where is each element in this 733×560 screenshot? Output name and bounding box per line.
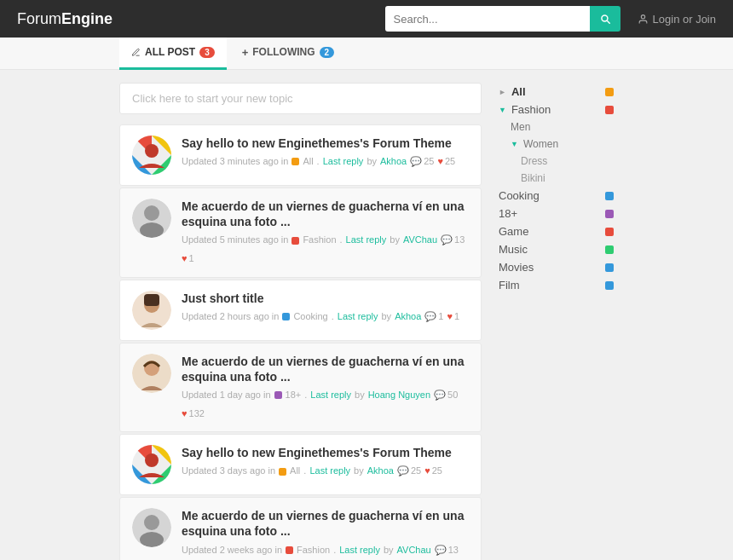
post-item: Just short title Updated 2 hours ago in … <box>119 280 482 341</box>
like-count: ♥1 <box>447 309 459 325</box>
last-reply-label: Last reply <box>309 464 350 479</box>
avatar <box>132 136 171 175</box>
sidebar-item: Film <box>499 276 614 294</box>
search-icon <box>599 13 611 25</box>
logo: ForumEngine <box>17 10 113 28</box>
category-link[interactable]: Fashion <box>303 233 336 248</box>
color-dot <box>605 192 614 200</box>
content-area: Click here to start your new topic Say h… <box>119 83 482 560</box>
post-body: Me acuerdo de un viernes de guacherna ví… <box>182 508 469 560</box>
main-layout: Click here to start your new topic Say h… <box>0 70 733 560</box>
category-link[interactable]: 18+ <box>286 388 302 403</box>
arrow-right-icon: ► <box>499 88 506 96</box>
sidebar-item: Movies <box>499 258 614 276</box>
sidebar-item-label[interactable]: Dress <box>499 155 547 167</box>
color-dot <box>605 106 614 114</box>
post-meta: Updated 5 minutes ago in Fashion . Last … <box>182 233 469 266</box>
sidebar-item-label[interactable]: ▼ Fashion <box>499 103 551 116</box>
category-link[interactable]: Cooking <box>293 309 327 325</box>
sidebar-item: Music <box>499 240 614 258</box>
login-link[interactable]: Login or Join <box>638 13 716 26</box>
sidebar-item: 18+ <box>499 205 614 222</box>
post-title[interactable]: Me acuerdo de un viernes de guacherna ví… <box>182 354 469 384</box>
like-count: ♥25 <box>424 464 442 479</box>
sidebar: ► All▼ FashionMen▼ WomenDressBikiniCooki… <box>499 83 614 560</box>
comment-count: 💬25 <box>410 154 434 170</box>
post-meta: Updated 2 weeks ago in Fashion . Last re… <box>182 543 469 561</box>
color-dot <box>605 263 614 272</box>
reply-author[interactable]: Hoang Nguyen <box>368 388 430 403</box>
post-item: Me acuerdo de un viernes de guacherna ví… <box>119 188 482 278</box>
sidebar-item-label[interactable]: Film <box>499 279 520 292</box>
comment-count: 💬50 <box>434 388 458 403</box>
reply-author[interactable]: AVChau <box>403 233 437 248</box>
sidebar-item-label[interactable]: Game <box>499 225 528 238</box>
post-item: Me acuerdo de un viernes de guacherna ví… <box>119 497 482 560</box>
reply-author[interactable]: Akhoa <box>395 309 421 325</box>
sidebar-item: Cooking <box>499 187 614 205</box>
color-dot <box>605 210 614 218</box>
sidebar-item-label[interactable]: ► All <box>499 85 526 98</box>
post-item: Me acuerdo de un viernes de guacherna ví… <box>119 343 482 433</box>
new-topic-input[interactable]: Click here to start your new topic <box>119 83 482 114</box>
post-meta: Updated 3 days ago in All . Last reply b… <box>182 464 469 479</box>
like-count: ♥132 <box>182 407 205 422</box>
sidebar-item-label[interactable]: Bikini <box>499 172 545 184</box>
post-list: Say hello to new Enginethemes's Forum Th… <box>119 124 482 560</box>
post-body: Say hello to new Enginethemes's Forum Th… <box>182 445 469 479</box>
sidebar-list: ► All▼ FashionMen▼ WomenDressBikiniCooki… <box>499 83 614 294</box>
last-reply-label: Last reply <box>346 233 387 248</box>
color-dot <box>605 281 614 290</box>
reply-author[interactable]: Akhoa <box>380 154 407 170</box>
sidebar-item-label[interactable]: 18+ <box>499 207 517 220</box>
post-title[interactable]: Say hello to new Enginethemes's Forum Th… <box>182 445 469 460</box>
following-badge: 2 <box>320 47 335 58</box>
sidebar-item-label[interactable]: Movies <box>499 261 534 274</box>
svg-point-0 <box>641 14 644 18</box>
sidebar-item-label[interactable]: Men <box>499 121 530 133</box>
avatar <box>132 445 171 484</box>
sidebar-item: Men <box>499 118 614 136</box>
comment-count: 💬25 <box>397 464 421 479</box>
color-dot <box>605 245 614 254</box>
header: ForumEngine Login or Join <box>0 0 733 38</box>
category-link[interactable]: All <box>290 464 300 479</box>
comment-count: 💬1 <box>424 309 443 325</box>
post-title[interactable]: Say hello to new Enginethemes's Forum Th… <box>182 136 469 151</box>
post-title[interactable]: Me acuerdo de un viernes de guacherna ví… <box>182 199 469 229</box>
arrow-down-icon: ▼ <box>511 140 518 148</box>
svg-point-23 <box>140 532 164 547</box>
post-body: Just short title Updated 2 hours ago in … <box>182 291 469 325</box>
svg-rect-12 <box>144 294 159 306</box>
tab-following[interactable]: + FOLLOWING 2 <box>230 38 346 70</box>
category-link[interactable]: Fashion <box>297 543 330 558</box>
avatar <box>132 354 171 393</box>
category-link[interactable]: All <box>303 154 313 170</box>
avatar <box>132 508 171 547</box>
post-body: Me acuerdo de un viernes de guacherna ví… <box>182 199 469 267</box>
post-meta: Updated 3 minutes ago in All . Last repl… <box>182 154 469 170</box>
sidebar-item-label[interactable]: ▼ Women <box>499 138 558 150</box>
color-dot <box>605 88 614 96</box>
post-item: Say hello to new Enginethemes's Forum Th… <box>119 124 482 186</box>
like-count: ♥1 <box>182 251 194 267</box>
sidebar-item-label[interactable]: Music <box>499 243 528 256</box>
sidebar-item: Dress <box>499 153 614 170</box>
category-dot <box>291 158 299 165</box>
sidebar-item: ▼ Fashion <box>499 101 614 118</box>
svg-point-9 <box>140 222 164 238</box>
reply-author[interactable]: AVChau <box>397 543 431 558</box>
last-reply-label: Last reply <box>323 154 364 170</box>
comment-count: 💬13 <box>435 543 459 558</box>
tab-all-post[interactable]: ALL POST 3 <box>119 38 227 70</box>
search-input[interactable] <box>385 6 590 32</box>
tabs-bar: ALL POST 3 + FOLLOWING 2 <box>0 38 733 70</box>
category-dot <box>274 391 282 399</box>
reply-author[interactable]: Akhoa <box>367 464 394 479</box>
post-title[interactable]: Just short title <box>182 291 469 306</box>
last-reply-label: Last reply <box>339 543 380 558</box>
sidebar-item-label[interactable]: Cooking <box>499 189 540 202</box>
post-meta: Updated 2 hours ago in Cooking . Last re… <box>182 309 469 325</box>
post-title[interactable]: Me acuerdo de un viernes de guacherna ví… <box>182 508 469 539</box>
search-button[interactable] <box>590 6 620 32</box>
